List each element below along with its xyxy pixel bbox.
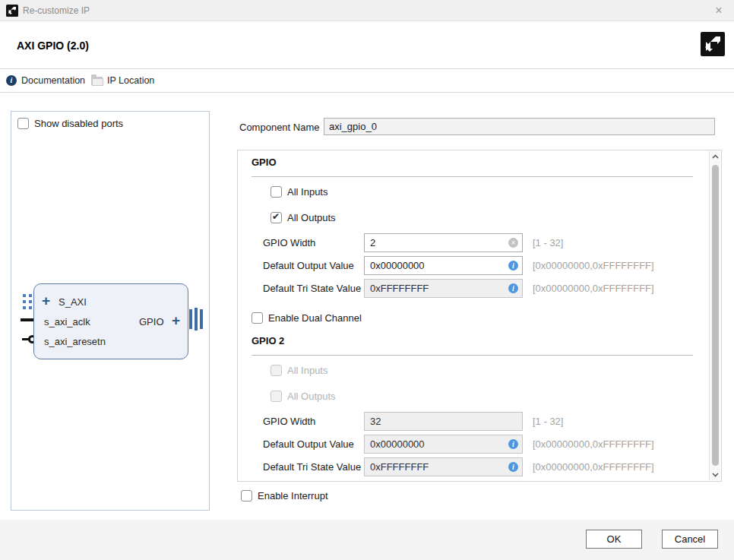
- gpio2-all-outputs-row: ✔ All Outputs: [271, 391, 336, 402]
- enable-interrupt-checkbox[interactable]: ✔: [241, 490, 252, 501]
- xilinx-logo: [701, 32, 725, 56]
- close-icon[interactable]: ×: [711, 3, 726, 18]
- interface-port-dots-icon: [23, 294, 33, 309]
- enable-dual-channel-checkbox[interactable]: ✔: [252, 312, 263, 324]
- enable-dual-channel-label: Enable Dual Channel: [268, 312, 362, 324]
- block-preview-panel: ✔ Show disabled ports + S: [11, 111, 210, 511]
- enable-interrupt-label: Enable Interrupt: [258, 490, 328, 501]
- default-output-label: Default Output Value: [263, 260, 354, 271]
- info-icon[interactable]: i: [508, 439, 518, 449]
- info-icon[interactable]: i: [508, 261, 518, 271]
- gpio2-section-rule: [252, 355, 693, 356]
- gpio2-width-input: [364, 412, 523, 431]
- gpio2-all-outputs-label: All Outputs: [287, 391, 336, 402]
- default-tristate-input: [364, 279, 523, 298]
- main-content: ✔ Show disabled ports + S: [0, 93, 734, 520]
- clear-icon[interactable]: ×: [508, 238, 518, 248]
- all-outputs-row: ✔ All Outputs: [271, 212, 336, 223]
- scrollbar-thumb[interactable]: [712, 165, 719, 466]
- gpio2-all-inputs-label: All Inputs: [287, 365, 327, 376]
- gpio2-default-output-input: [364, 435, 523, 454]
- gpio-interface-bars-icon: [189, 308, 204, 331]
- gpio-section-rule: [252, 176, 693, 177]
- gpio2-all-inputs-checkbox: ✔: [271, 365, 282, 376]
- documentation-label: Documentation: [21, 75, 85, 86]
- s-axi-expand-plus-icon[interactable]: +: [42, 295, 50, 307]
- gpio2-width-hint: [1 - 32]: [533, 416, 563, 427]
- enable-dual-channel-row: ✔ Enable Dual Channel: [252, 312, 362, 324]
- gpio-expand-plus-icon[interactable]: +: [172, 315, 180, 327]
- default-output-input[interactable]: [364, 256, 523, 275]
- gpio-all-outputs-checkbox[interactable]: ✔: [271, 212, 282, 223]
- info-icon[interactable]: i: [508, 462, 518, 472]
- clock-stub-icon: [21, 318, 34, 321]
- gpio2-all-outputs-checkbox: ✔: [271, 391, 282, 402]
- gpio2-default-tristate-label: Default Tri State Value: [263, 461, 361, 473]
- gpio-width-row: GPIO Width × [1 - 32]: [238, 233, 694, 252]
- gpio-interface-label: GPIO: [139, 316, 164, 327]
- gpio-width-label: GPIO Width: [263, 237, 315, 248]
- gpio2-width-row: GPIO Width [1 - 32]: [238, 412, 694, 431]
- show-disabled-ports-label: Show disabled ports: [34, 118, 123, 129]
- default-tristate-hint: [0x00000000,0xFFFFFFFF]: [533, 283, 654, 294]
- gpio2-default-output-label: Default Output Value: [263, 438, 354, 450]
- gpio-width-hint: [1 - 32]: [533, 237, 563, 248]
- check-icon: ✔: [272, 211, 280, 222]
- gpio2-default-output-row: Default Output Value i [0x00000000,0xFFF…: [238, 435, 694, 454]
- ok-button[interactable]: OK: [586, 530, 642, 549]
- default-output-row: Default Output Value i [0x00000000,0xFFF…: [238, 256, 694, 275]
- title-bar: Re-customize IP ×: [0, 0, 734, 21]
- vertical-scrollbar[interactable]: [709, 151, 720, 480]
- gpio-width-input[interactable]: [364, 233, 523, 252]
- scroll-up-icon[interactable]: [710, 151, 721, 163]
- window-title: Re-customize IP: [23, 5, 90, 16]
- gpio2-default-tristate-row: Default Tri State Value i [0x00000000,0x…: [238, 457, 694, 476]
- default-tristate-row: Default Tri State Value i [0x00000000,0x…: [238, 279, 694, 298]
- page-title: AXI GPIO (2.0): [17, 40, 89, 52]
- component-name-input[interactable]: [324, 118, 715, 135]
- folder-icon: [91, 77, 103, 85]
- default-output-hint: [0x00000000,0xFFFFFFFF]: [533, 260, 654, 271]
- dialog-footer: OK Cancel: [0, 520, 734, 560]
- gpio-all-outputs-label: All Outputs: [287, 212, 336, 223]
- s-axi-port-label: S_AXI: [59, 296, 87, 308]
- gpio-all-inputs-checkbox[interactable]: ✔: [271, 186, 282, 198]
- gpio2-default-output-hint: [0x00000000,0xFFFFFFFF]: [533, 438, 654, 450]
- show-disabled-ports-row: ✔ Show disabled ports: [17, 118, 123, 129]
- component-name-label: Component Name: [239, 122, 320, 133]
- enable-interrupt-row: ✔ Enable Interrupt: [241, 490, 328, 501]
- gpio2-default-tristate-input: [364, 457, 523, 476]
- default-tristate-label: Default Tri State Value: [263, 283, 361, 294]
- config-groupbox: GPIO ✔ All Inputs ✔ All Outputs GPIO Wid…: [237, 150, 722, 482]
- documentation-button[interactable]: i Documentation: [6, 69, 85, 92]
- ip-location-button[interactable]: IP Location: [91, 69, 154, 92]
- ip-location-label: IP Location: [107, 75, 154, 86]
- show-disabled-ports-checkbox[interactable]: ✔: [17, 118, 29, 129]
- dialog-header: AXI GPIO (2.0): [0, 22, 734, 68]
- all-inputs-row: ✔ All Inputs: [271, 186, 327, 198]
- toolbar: i Documentation IP Location: [0, 68, 734, 93]
- gpio-all-inputs-label: All Inputs: [287, 186, 327, 198]
- gpio2-all-inputs-row: ✔ All Inputs: [271, 365, 327, 376]
- scroll-down-icon[interactable]: [710, 469, 721, 480]
- cancel-button[interactable]: Cancel: [662, 530, 718, 549]
- recustomize-ip-dialog: Re-customize IP × AXI GPIO (2.0) i Docum…: [0, 0, 734, 560]
- gpio2-default-tristate-hint: [0x00000000,0xFFFFFFFF]: [533, 461, 654, 473]
- ip-block[interactable]: + S_AXI s_axi_aclk s_axi_aresetn GPIO +: [33, 283, 188, 359]
- xilinx-logo-icon: [6, 5, 18, 17]
- gpio2-section-title: GPIO 2: [252, 335, 284, 346]
- gpio2-width-label: GPIO Width: [263, 416, 315, 427]
- reset-port-label: s_axi_aresetn: [44, 336, 106, 347]
- gpio-section-title: GPIO: [252, 157, 277, 168]
- clock-port-label: s_axi_aclk: [44, 316, 90, 327]
- documentation-info-icon: i: [6, 75, 17, 86]
- info-icon[interactable]: i: [508, 283, 518, 293]
